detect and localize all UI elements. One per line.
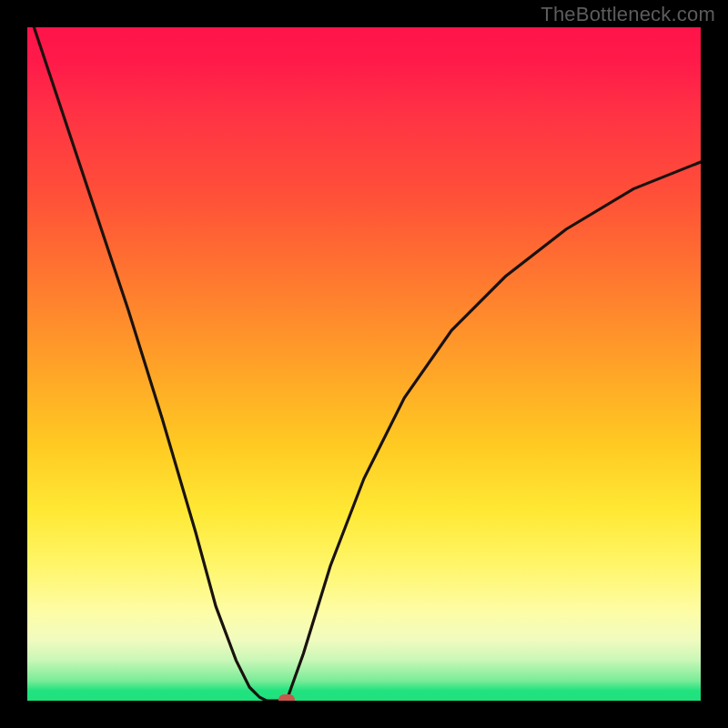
watermark-text: TheBottleneck.com [541,3,715,26]
curve-left-branch [34,27,266,701]
chart-frame: TheBottleneck.com [0,0,728,728]
optimal-point-marker [278,694,295,701]
curve-right-branch [287,162,701,701]
plot-area [27,27,701,701]
bottleneck-curve [27,27,701,701]
